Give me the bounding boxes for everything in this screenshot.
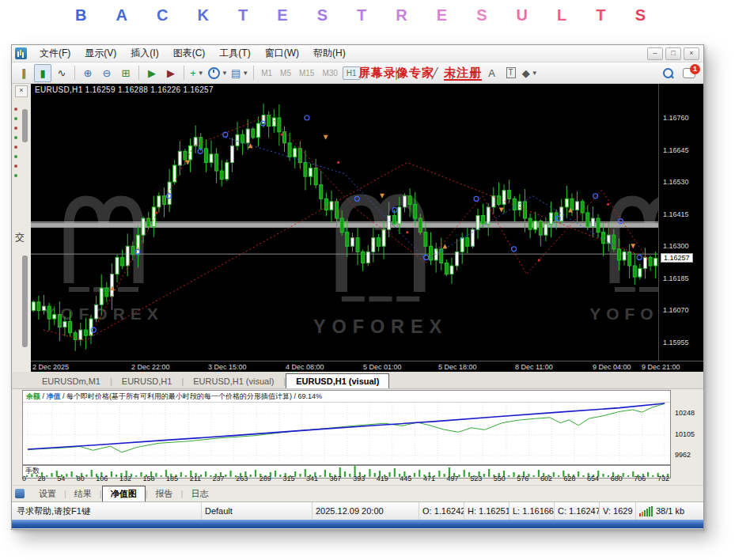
price-chart[interactable]: EURUSD,H1 1.16259 1.16288 1.16226 1.1625… [31,84,703,361]
timeframe-m1[interactable]: M1 [258,67,275,79]
toolbar: ∥▮∿⊕⊖⊞▶▶+▼▼▤▼ M1M5M15M30H1 +│─╱ƒ≡AT◆▼ 1 … [12,62,703,84]
icon-glyph: ∿ [58,67,66,79]
header-sep: / [40,392,47,400]
menu-item-window[interactable]: 窗口(W) [258,44,306,62]
text-label-icon[interactable]: T [502,64,520,82]
tester-tab-4[interactable]: 日志 [183,486,216,501]
new-order-icon[interactable]: +▼ [188,64,206,82]
dropdown-arrow-icon: ▼ [222,70,228,77]
tester-x-label: 367 [330,475,342,482]
connection-bar [649,507,650,516]
title-letter: T [238,6,248,25]
price-scale-label: 1.16530 [663,178,689,186]
chart-tab-1[interactable]: EURUSD,H1 [112,374,182,388]
dock-dot [14,127,17,130]
toolbar-right-group: 1 [663,68,703,78]
chart-tab-3[interactable]: EURUSD,H1 (visual) [286,373,389,388]
chart-tab-0[interactable]: EURUSDm,M1 [32,374,110,388]
recorder-unregistered-text: 未注册 [444,66,482,81]
connection-bars-icon [639,506,653,516]
tester-y-label: 9962 [675,451,691,459]
menu-item-view[interactable]: 显示(V) [78,44,123,62]
status-close: C: 1.16247 [554,502,599,520]
dock-dot [14,136,17,139]
menu-item-file[interactable]: 文件(F) [32,44,78,62]
connection-bar [651,506,653,516]
status-profile: Default [201,502,312,520]
timeframe-m5[interactable]: M5 [277,67,294,79]
menu-item-help[interactable]: 帮助(H) [306,44,353,62]
minimize-button[interactable]: – [647,47,663,60]
time-axis-label: 8 Dec 11:00 [515,363,553,371]
traffic-text: 38/1 kb [656,506,684,516]
title-letter: U [517,6,528,25]
dock-dot [14,174,17,177]
tester-x-label: 132 [119,475,131,482]
toolbar-separator [138,66,139,80]
tester-tab-3[interactable]: 报告 [148,486,181,501]
equity-curve-plot[interactable] [23,403,670,461]
timeframe-m30[interactable]: M30 [319,67,340,79]
chart-tab-2[interactable]: EURUSD,H1 (visual) [184,374,283,388]
line-chart-icon[interactable]: ∿ [53,64,70,82]
price-scale-label: 1.15955 [663,339,689,346]
tester-x-label: 158 [143,475,155,482]
status-volume: V: 1629 [599,502,635,520]
title-letter: A [116,6,128,25]
zoom-out-icon[interactable]: ⊖ [98,64,116,82]
tester-tab-0[interactable]: 设置 [31,486,64,501]
price-scale-label: 1.16415 [663,210,689,218]
icon-glyph: ▶ [167,67,175,79]
dock-scrollbar-thumb[interactable] [22,109,28,142]
menu-item-insert[interactable]: 插入(I) [123,44,165,62]
candlestick-icon[interactable]: ▮ [34,64,51,82]
text-icon[interactable]: A [483,64,501,82]
timeframe-m15[interactable]: M15 [296,67,317,79]
chart-shift-icon[interactable]: ▶ [162,64,180,82]
dropdown-arrow-icon: ▼ [532,70,538,77]
zoom-in-icon[interactable]: ⊕ [79,64,97,82]
menu-item-charts[interactable]: 图表(C) [166,44,213,62]
tester-x-label: 471 [423,475,435,482]
svg-text:YOFOREX: YOFOREX [589,305,658,323]
chat-icon[interactable]: 1 [683,68,695,78]
model-quality: 69.14% [298,392,323,400]
auto-scroll-icon[interactable]: ▶ [143,64,161,82]
price-scale-label: 1.16185 [663,274,689,282]
candlestick-plot[interactable]: YOFOREXYOFOREXYOFOREX [31,84,658,361]
bar-chart-icon[interactable]: ∥ [15,64,32,82]
tester-x-label: 106 [96,475,108,482]
dock-dot [14,108,17,111]
restore-button[interactable]: □ [665,47,681,60]
status-low: L: 1.16166 [509,502,554,520]
menu-item-tools[interactable]: 工具(T) [212,44,257,62]
connection-bar [639,513,641,516]
tester-tab-2[interactable]: 净值图 [102,486,146,502]
sidebar-trade-label[interactable]: 交 [15,231,25,244]
dock-dot [14,117,17,120]
title-letter: L [557,6,567,25]
templates-icon[interactable]: ▤▼ [230,64,249,82]
signal-dot [406,231,408,233]
periods-icon[interactable]: ▼ [207,64,229,82]
svg-text:YOFOREX: YOFOREX [44,305,164,323]
tester-tab-1[interactable]: 结果 [66,486,100,501]
title-letter: T [596,6,606,25]
dock-dot [14,155,17,158]
dropdown-arrow-icon: ▼ [198,70,204,77]
tester-x-label: 654 [587,475,599,482]
tester-x-label: 289 [259,475,271,482]
dock-scrollbar-thumb-2[interactable] [22,255,28,347]
tester-x-label: 393 [353,475,365,482]
dock-close-icon[interactable]: × [15,85,28,97]
timeframe-group: M1M5M15M30H1 [257,66,362,80]
close-button[interactable]: × [684,47,699,60]
toolbar-separator [184,66,184,80]
time-axis-label: 9 Dec 21:00 [642,363,680,371]
search-icon[interactable] [663,68,673,78]
arrows-icon[interactable]: ◆▼ [521,64,539,82]
icon-glyph: ◆ [522,67,530,79]
svg-text:YOFOREX: YOFOREX [313,316,448,337]
tile-windows-icon[interactable]: ⊞ [117,64,134,82]
toolbar-separator [253,66,254,80]
